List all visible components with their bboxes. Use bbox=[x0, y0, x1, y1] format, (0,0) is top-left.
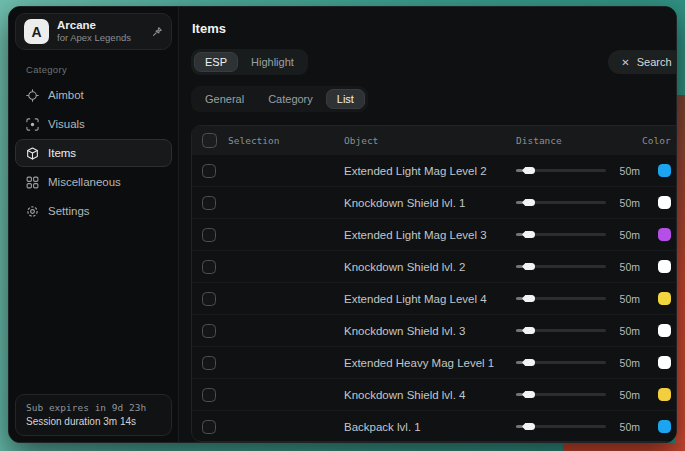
search-button-label: Search bbox=[637, 56, 672, 68]
app-header-card: A Arcane for Apex Legends bbox=[15, 13, 172, 50]
table-row[interactable]: Extended Light Mag Level 3 50m bbox=[192, 218, 677, 250]
distance-slider[interactable] bbox=[516, 388, 606, 402]
slider-track bbox=[516, 425, 606, 428]
distance-slider[interactable] bbox=[516, 292, 606, 306]
search-button[interactable]: ✕ Search bbox=[608, 50, 677, 74]
object-label: Knockdown Shield lvl. 3 bbox=[344, 325, 465, 337]
distance-value: 50m bbox=[620, 357, 640, 369]
color-swatch[interactable] bbox=[658, 260, 671, 273]
row-checkbox[interactable] bbox=[202, 260, 216, 274]
color-swatch[interactable] bbox=[658, 420, 671, 433]
select-all-checkbox[interactable] bbox=[202, 133, 217, 148]
sidebar-item-settings[interactable]: Settings bbox=[15, 197, 172, 225]
distance-slider[interactable] bbox=[516, 260, 606, 274]
close-icon: ✕ bbox=[621, 57, 629, 68]
color-swatch[interactable] bbox=[658, 292, 671, 305]
table-header-row: Selection Object Distance Color bbox=[192, 126, 677, 154]
object-label: Extended Light Mag Level 3 bbox=[344, 229, 487, 241]
background-red-area-bottom bbox=[563, 443, 685, 451]
distance-slider[interactable] bbox=[516, 420, 606, 434]
slider-track bbox=[516, 393, 606, 396]
distance-slider[interactable] bbox=[516, 164, 606, 178]
distance-slider[interactable] bbox=[516, 356, 606, 370]
sidebar-item-label: Items bbox=[48, 147, 76, 159]
sidebar-item-label: Aimbot bbox=[48, 89, 84, 101]
sidebar-item-aimbot[interactable]: Aimbot bbox=[15, 81, 172, 109]
sidebar-item-items[interactable]: Items bbox=[15, 139, 172, 167]
distance-slider[interactable] bbox=[516, 228, 606, 242]
slider-track bbox=[516, 233, 606, 236]
object-label: Knockdown Shield lvl. 1 bbox=[344, 197, 465, 209]
slider-thumb[interactable] bbox=[522, 391, 535, 398]
table-row[interactable]: Knockdown Shield lvl. 2 50m bbox=[192, 250, 677, 282]
pin-icon[interactable] bbox=[151, 26, 163, 38]
slider-thumb[interactable] bbox=[522, 199, 535, 206]
sidebar-item-label: Settings bbox=[48, 205, 90, 217]
session-duration-text: Session duration 3m 14s bbox=[26, 416, 161, 427]
header-selection: Selection bbox=[228, 135, 344, 146]
sidebar: A Arcane for Apex Legends Category Aimb bbox=[9, 7, 179, 442]
scan-icon bbox=[26, 118, 39, 131]
slider-track bbox=[516, 361, 606, 364]
row-checkbox[interactable] bbox=[202, 420, 216, 434]
sidebar-item-visuals[interactable]: Visuals bbox=[15, 110, 172, 138]
slider-thumb[interactable] bbox=[522, 263, 535, 270]
slider-track bbox=[516, 201, 606, 204]
object-label: Extended Heavy Mag Level 1 bbox=[344, 357, 494, 369]
tab-highlight[interactable]: Highlight bbox=[240, 52, 305, 72]
color-swatch[interactable] bbox=[658, 228, 671, 241]
object-label: Backpack lvl. 1 bbox=[344, 421, 421, 433]
row-checkbox[interactable] bbox=[202, 356, 216, 370]
row-checkbox[interactable] bbox=[202, 292, 216, 306]
sidebar-item-miscellaneous[interactable]: Miscellaneous bbox=[15, 168, 172, 196]
row-checkbox[interactable] bbox=[202, 228, 216, 242]
distance-value: 50m bbox=[620, 389, 640, 401]
table-row[interactable]: Backpack lvl. 1 50m bbox=[192, 410, 677, 442]
row-checkbox[interactable] bbox=[202, 196, 216, 210]
slider-track bbox=[516, 169, 606, 172]
gear-icon bbox=[26, 205, 39, 218]
box-icon bbox=[26, 147, 39, 160]
color-swatch[interactable] bbox=[658, 356, 671, 369]
sidebar-item-label: Miscellaneous bbox=[48, 176, 121, 188]
tab-category[interactable]: Category bbox=[257, 89, 324, 109]
table-row[interactable]: Knockdown Shield lvl. 4 50m bbox=[192, 378, 677, 410]
distance-slider[interactable] bbox=[516, 196, 606, 210]
tab-general[interactable]: General bbox=[194, 89, 255, 109]
object-label: Extended Light Mag Level 2 bbox=[344, 165, 487, 177]
header-object: Object bbox=[344, 135, 516, 146]
slider-thumb[interactable] bbox=[522, 423, 535, 430]
slider-thumb[interactable] bbox=[522, 359, 535, 366]
table-row[interactable]: Knockdown Shield lvl. 3 50m bbox=[192, 314, 677, 346]
slider-thumb[interactable] bbox=[522, 327, 535, 334]
table-row[interactable]: Extended Light Mag Level 4 50m bbox=[192, 282, 677, 314]
slider-thumb[interactable] bbox=[522, 295, 535, 302]
slider-track bbox=[516, 297, 606, 300]
tab-list[interactable]: List bbox=[326, 89, 365, 109]
table-row[interactable]: Extended Light Mag Level 2 50m bbox=[192, 154, 677, 186]
distance-value: 50m bbox=[620, 261, 640, 273]
crosshair-icon bbox=[26, 89, 39, 102]
row-checkbox[interactable] bbox=[202, 388, 216, 402]
color-swatch[interactable] bbox=[658, 164, 671, 177]
subscription-info-card: Sub expires in 9d 23h Session duration 3… bbox=[15, 394, 172, 436]
object-label: Knockdown Shield lvl. 4 bbox=[344, 389, 465, 401]
header-distance: Distance bbox=[516, 135, 642, 146]
slider-thumb[interactable] bbox=[522, 167, 535, 174]
tab-esp[interactable]: ESP bbox=[194, 52, 238, 72]
table-row[interactable]: Knockdown Shield lvl. 1 50m bbox=[192, 186, 677, 218]
category-label: Category bbox=[26, 64, 172, 75]
distance-slider[interactable] bbox=[516, 324, 606, 338]
slider-thumb[interactable] bbox=[522, 231, 535, 238]
row-checkbox[interactable] bbox=[202, 324, 216, 338]
mode-tab-group: ESP Highlight bbox=[191, 49, 308, 75]
grid-icon bbox=[26, 176, 39, 189]
object-label: Knockdown Shield lvl. 2 bbox=[344, 261, 465, 273]
row-checkbox[interactable] bbox=[202, 164, 216, 178]
distance-value: 50m bbox=[620, 325, 640, 337]
table-row[interactable]: Extended Heavy Mag Level 1 50m bbox=[192, 346, 677, 378]
color-swatch[interactable] bbox=[658, 388, 671, 401]
color-swatch[interactable] bbox=[658, 324, 671, 337]
color-swatch[interactable] bbox=[658, 196, 671, 209]
app-logo: A bbox=[24, 19, 49, 44]
